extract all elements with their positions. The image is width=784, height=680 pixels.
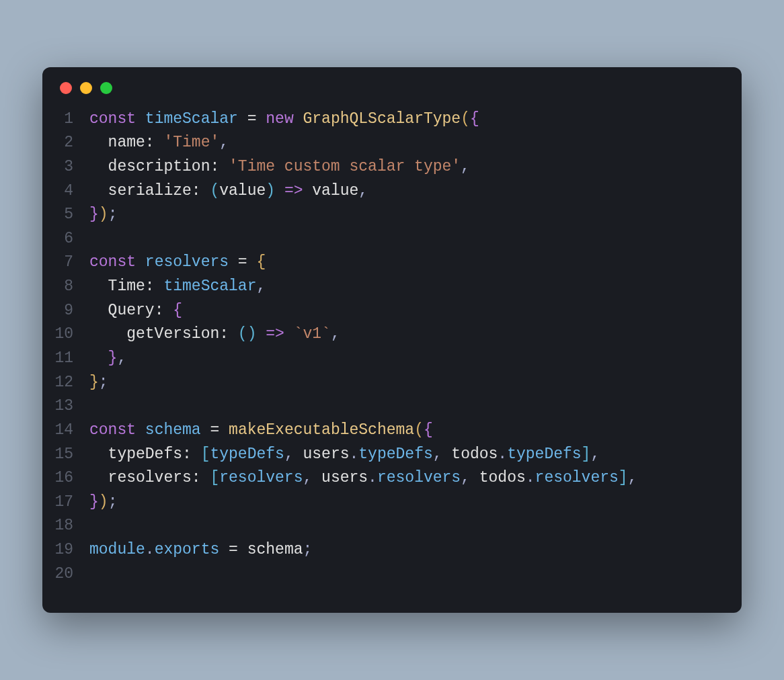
code-content: Query: { [89, 299, 182, 323]
line-number: 11 [42, 347, 89, 371]
titlebar [42, 67, 742, 101]
code-content: }, [89, 347, 126, 371]
code-line: 3 description: 'Time custom scalar type'… [42, 155, 742, 179]
code-line: 18 [42, 514, 742, 538]
code-content: const resolvers = { [89, 251, 266, 275]
close-icon[interactable] [60, 82, 72, 94]
code-line: 2 name: 'Time', [42, 131, 742, 155]
line-number: 17 [42, 491, 89, 515]
line-number: 3 [42, 155, 89, 179]
code-line: 12}; [42, 371, 742, 395]
code-content: }; [89, 371, 108, 395]
line-number: 6 [42, 227, 89, 251]
code-content: typeDefs: [typeDefs, users.typeDefs, tod… [89, 443, 600, 467]
code-line: 1const timeScalar = new GraphQLScalarTyp… [42, 108, 742, 132]
code-line: 4 serialize: (value) => value, [42, 179, 742, 204]
code-line: 8 Time: timeScalar, [42, 275, 742, 299]
minimize-icon[interactable] [80, 82, 92, 94]
code-line: 17}); [42, 491, 742, 515]
code-content: const schema = makeExecutableSchema({ [89, 419, 433, 443]
code-line: 6 [42, 227, 742, 251]
code-line: 10 getVersion: () => `v1`, [42, 323, 742, 347]
code-content: }); [89, 203, 117, 227]
line-number: 18 [42, 514, 89, 538]
code-line: 14const schema = makeExecutableSchema({ [42, 419, 742, 443]
line-number: 4 [42, 179, 89, 204]
line-number: 10 [42, 323, 89, 347]
code-line: 13 [42, 394, 742, 419]
line-number: 20 [42, 562, 89, 587]
code-content [89, 394, 99, 419]
line-number: 13 [42, 394, 89, 419]
line-number: 15 [42, 443, 89, 467]
code-line: 5}); [42, 203, 742, 227]
code-line: 16 resolvers: [resolvers, users.resolver… [42, 466, 742, 491]
code-content: description: 'Time custom scalar type', [89, 155, 470, 179]
code-content: serialize: (value) => value, [89, 179, 368, 204]
code-content: module.exports = schema; [89, 538, 312, 562]
line-number: 9 [42, 299, 89, 323]
code-content [89, 227, 99, 251]
line-number: 19 [42, 538, 89, 562]
line-number: 14 [42, 419, 89, 443]
code-content: Time: timeScalar, [89, 275, 266, 299]
line-number: 7 [42, 251, 89, 275]
code-content: }); [89, 491, 117, 515]
line-number: 1 [42, 108, 89, 132]
maximize-icon[interactable] [100, 82, 112, 94]
code-area: 1const timeScalar = new GraphQLScalarTyp… [42, 101, 742, 613]
code-line: 20 [42, 562, 742, 587]
code-content: getVersion: () => `v1`, [89, 323, 340, 347]
code-line: 15 typeDefs: [typeDefs, users.typeDefs, … [42, 443, 742, 467]
code-line: 19module.exports = schema; [42, 538, 742, 562]
code-content [89, 562, 99, 587]
code-content: const timeScalar = new GraphQLScalarType… [89, 108, 479, 132]
line-number: 16 [42, 466, 89, 491]
line-number: 8 [42, 275, 89, 299]
line-number: 5 [42, 203, 89, 227]
code-window: 1const timeScalar = new GraphQLScalarTyp… [42, 67, 742, 613]
code-line: 11 }, [42, 347, 742, 371]
line-number: 2 [42, 131, 89, 155]
code-line: 9 Query: { [42, 299, 742, 323]
line-number: 12 [42, 371, 89, 395]
code-line: 7const resolvers = { [42, 251, 742, 275]
code-content: name: 'Time', [89, 131, 229, 155]
code-content [89, 514, 99, 538]
code-content: resolvers: [resolvers, users.resolvers, … [89, 466, 637, 491]
